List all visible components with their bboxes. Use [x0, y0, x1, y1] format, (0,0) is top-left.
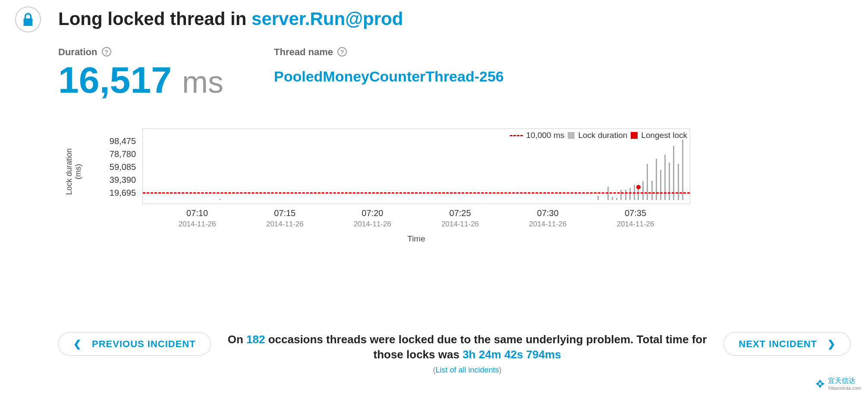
chart-bar [616, 198, 617, 200]
duration-block: Duration ? 16,517 ms [58, 47, 274, 98]
title-link[interactable]: server.Run@prod [252, 9, 403, 29]
chart-y-label: Lock duration (ms) [65, 141, 83, 202]
chart-bar [651, 181, 653, 201]
chart-bar [669, 163, 670, 201]
page-title: Long locked thread in server.Run@prod [58, 9, 851, 29]
next-incident-button[interactable]: NEXT INCIDENT ❯ [723, 332, 851, 356]
chart-bar [612, 197, 613, 200]
x-tick: 07:352014-11-26 [617, 208, 654, 229]
chart-bar [220, 199, 221, 201]
chart-bar [682, 140, 683, 200]
chart-bar [598, 196, 599, 201]
total-lock-time: 3h 24m 42s 794ms [462, 348, 561, 361]
title-text: Long locked thread in [58, 9, 252, 29]
x-tick: 07:102014-11-26 [179, 208, 216, 229]
help-icon[interactable]: ? [337, 47, 347, 56]
longest-lock-marker [636, 185, 641, 189]
chart-plot-area: 10,000 ms Lock duration Longest lock [142, 129, 690, 204]
x-tick: 07:252014-11-26 [441, 208, 479, 229]
x-tick: 07:302014-11-26 [529, 208, 566, 229]
chart-bar [656, 159, 657, 200]
duration-value: 16,517 ms [58, 61, 274, 98]
lock-icon [15, 6, 41, 32]
x-tick: 07:202014-11-26 [354, 208, 391, 229]
x-tick: 07:152014-11-26 [266, 208, 304, 229]
chart-bar [660, 170, 661, 200]
thread-label: Thread name [274, 47, 333, 57]
thread-name[interactable]: PooledMoneyCounterThread-256 [274, 68, 504, 85]
lock-duration-chart: Lock duration (ms) 98,47578,78059,08539,… [58, 129, 851, 249]
thread-block: Thread name ? PooledMoneyCounterThread-2… [274, 47, 504, 98]
chart-bar [620, 190, 622, 201]
chart-bar [629, 188, 631, 200]
chevron-right-icon: ❯ [827, 339, 836, 350]
list-all-incidents-link[interactable]: List of all incidents [435, 366, 499, 374]
chart-bar [625, 190, 626, 201]
chart-y-ticks: 98,47578,78059,08539,39019,695 [93, 136, 136, 201]
chart-bar [647, 164, 648, 200]
chart-bar [638, 188, 639, 200]
chart-bar [678, 164, 679, 200]
previous-incident-button[interactable]: ❮ PREVIOUS INCIDENT [58, 332, 211, 356]
chart-x-label: Time [142, 234, 690, 244]
occasion-count: 182 [246, 333, 265, 346]
help-icon[interactable]: ? [102, 47, 111, 56]
chevron-left-icon: ❮ [73, 339, 82, 350]
incident-summary: On 182 occasions threads were locked due… [220, 332, 715, 375]
brand-watermark: 宜天信达Yitianxinda.com [815, 376, 861, 391]
chart-bar [642, 181, 644, 200]
duration-label: Duration [58, 47, 97, 57]
threshold-line [143, 192, 690, 194]
